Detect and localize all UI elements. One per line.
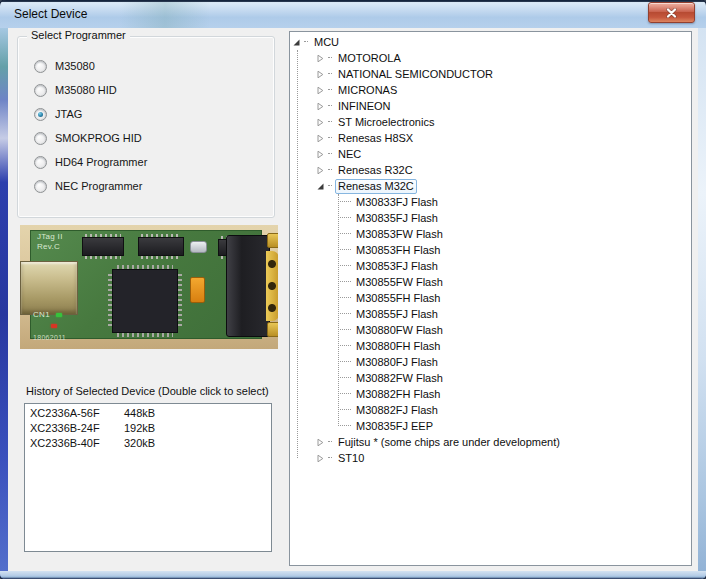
tree-node-label[interactable]: NEC [335,148,364,161]
radio-button-icon[interactable] [34,84,47,97]
tree-node-label[interactable]: M30833FJ Flash [353,196,441,209]
history-item-size: 448kB [124,406,155,421]
history-item[interactable]: XC2336A-56F448kB [25,406,271,421]
expanded-arrow-icon[interactable] [292,38,301,47]
tree-node-label[interactable]: Fujitsu * (some chips are under developm… [335,436,563,449]
tree-connector-stub [328,441,332,444]
history-item[interactable]: XC2336B-40F320kB [25,436,271,451]
tree-node-label[interactable]: MICRONAS [335,84,400,97]
tree-node-nec[interactable]: NEC [316,146,691,162]
tree-node-label[interactable]: MCU [311,36,342,49]
tree-node-m30855fh-flash[interactable]: M30855FH Flash [338,290,691,306]
collapsed-arrow-icon[interactable] [316,54,325,63]
tree-node-label[interactable]: Renesas M32C [335,179,417,194]
radio-option-nec-programmer[interactable]: NEC Programmer [34,174,147,198]
tree-node-label[interactable]: M30835FJ Flash [353,212,441,225]
tree-node-label[interactable]: M30882FW Flash [353,372,446,385]
radio-button-icon[interactable] [34,180,47,193]
tree-node-m30882fh-flash[interactable]: M30882FH Flash [338,386,691,402]
tree-node-label[interactable]: M30880FJ Flash [353,356,441,369]
tree-node-m30833fj-flash[interactable]: M30833FJ Flash [338,194,691,210]
tree-node-motorola[interactable]: MOTOROLA [316,50,691,66]
soic-chip-1 [82,237,124,256]
tree-node-label[interactable]: M30855FJ Flash [353,308,441,321]
collapsed-arrow-icon[interactable] [316,438,325,447]
radio-option-m35080-hid[interactable]: M35080 HID [34,78,147,102]
tree-node-label[interactable]: MOTOROLA [335,52,404,65]
tree-node-label[interactable]: NATIONAL SEMICONDUCTOR [335,68,496,81]
tree-node-label[interactable]: INFINEON [335,100,394,113]
tree-node-m30835fj-eep[interactable]: M30835FJ EEP [338,418,691,434]
radio-option-label: NEC Programmer [55,180,142,192]
tree-node-label[interactable]: M30835FJ EEP [353,420,436,433]
radio-button-icon[interactable] [34,132,47,145]
tree-node-label[interactable]: M30880FW Flash [353,324,446,337]
silkscreen-jtag-label: JTag II [37,232,63,241]
tree-node-label[interactable]: Renesas R32C [335,164,416,177]
tree-node-label[interactable]: ST10 [335,452,367,465]
title-bar[interactable]: Select Device [0,0,706,28]
collapsed-arrow-icon[interactable] [316,166,325,175]
tree-node-st-microelectronics[interactable]: ST Microelectronics [316,114,691,130]
collapsed-arrow-icon[interactable] [316,150,325,159]
tree-node-m30853fw-flash[interactable]: M30853FW Flash [338,226,691,242]
tree-connector-stub [338,249,351,252]
radio-button-icon[interactable] [34,60,47,73]
tree-node-label[interactable]: M30855FH Flash [353,292,443,305]
tree-node-st10[interactable]: ST10 [316,450,691,466]
collapsed-arrow-icon[interactable] [316,70,325,79]
collapsed-arrow-icon[interactable] [316,86,325,95]
programmer-options: M35080M35080 HIDJTAGSMOKPROG HIDHD64 Pro… [34,54,147,198]
tree-node-m30853fh-flash[interactable]: M30853FH Flash [338,242,691,258]
tree-node-m30880fh-flash[interactable]: M30880FH Flash [338,338,691,354]
radio-option-hd64-programmer[interactable]: HD64 Programmer [34,150,147,174]
tree-node-infineon[interactable]: INFINEON [316,98,691,114]
tree-node-micronas[interactable]: MICRONAS [316,82,691,98]
tree-node-renesas-r32c[interactable]: Renesas R32C [316,162,691,178]
radio-button-icon[interactable] [34,156,47,169]
radio-option-m35080[interactable]: M35080 [34,54,147,78]
tree-node-renesas-h8sx[interactable]: Renesas H8SX [316,130,691,146]
tree-node-mcu[interactable]: MCU [292,34,691,50]
history-item-name: XC2336B-24F [30,421,124,436]
tree-node-label[interactable]: M30853FJ Flash [353,260,441,273]
tree-connector-stub [328,169,332,172]
tree-node-label[interactable]: M30853FH Flash [353,244,443,257]
radio-button-icon[interactable] [34,108,47,121]
tree-node-m30835fj-flash[interactable]: M30835FJ Flash [338,210,691,226]
collapsed-arrow-icon[interactable] [316,118,325,127]
tree-node-renesas-m32c[interactable]: Renesas M32C [316,178,691,194]
tree-node-national-semiconductor[interactable]: NATIONAL SEMICONDUCTOR [316,66,691,82]
history-item[interactable]: XC2336B-24F192kB [25,421,271,436]
tree-node-m30882fw-flash[interactable]: M30882FW Flash [338,370,691,386]
tree-connector-stub [338,393,351,396]
tree-node-m30880fj-flash[interactable]: M30880FJ Flash [338,354,691,370]
tree-node-label[interactable]: M30853FW Flash [353,228,446,241]
green-led [56,313,62,317]
tree-node-m30882fj-flash[interactable]: M30882FJ Flash [338,402,691,418]
tree-node-m30853fj-flash[interactable]: M30853FJ Flash [338,258,691,274]
collapsed-arrow-icon[interactable] [316,134,325,143]
tree-node-m30880fw-flash[interactable]: M30880FW Flash [338,322,691,338]
tree-connector-line-level1 [297,50,298,458]
history-list[interactable]: XC2336A-56F448kBXC2336B-24F192kBXC2336B-… [24,403,272,552]
device-tree-panel[interactable]: MCUMOTOROLANATIONAL SEMICONDUCTORMICRONA… [289,31,692,566]
tree-node-label[interactable]: M30880FH Flash [353,340,443,353]
collapsed-arrow-icon[interactable] [316,102,325,111]
tree-node-label[interactable]: M30855FW Flash [353,276,446,289]
close-button[interactable] [648,2,695,23]
radio-option-smokprog-hid[interactable]: SMOKPROG HID [34,126,147,150]
tree-node-fujitsu-some-chips-are-under-development[interactable]: Fujitsu * (some chips are under developm… [316,434,691,450]
tree-connector-stub [304,41,308,44]
tree-node-m30855fj-flash[interactable]: M30855FJ Flash [338,306,691,322]
tree-node-m30855fw-flash[interactable]: M30855FW Flash [338,274,691,290]
tree-node-label[interactable]: ST Microelectronics [335,116,437,129]
radio-option-jtag[interactable]: JTAG [34,102,147,126]
collapsed-arrow-icon[interactable] [316,454,325,463]
tree-node-label[interactable]: M30882FH Flash [353,388,443,401]
expanded-arrow-icon[interactable] [316,182,325,191]
dialog-content: Select Programmer M35080M35080 HIDJTAGSM… [8,28,698,571]
tree-node-label[interactable]: Renesas H8SX [335,132,416,145]
tree-node-label[interactable]: M30882FJ Flash [353,404,441,417]
window-frame-right [698,28,706,579]
